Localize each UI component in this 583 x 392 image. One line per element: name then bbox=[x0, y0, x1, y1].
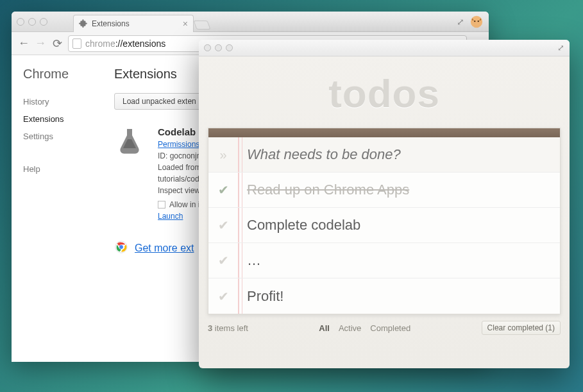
inspect-views-label: Inspect views bbox=[158, 186, 204, 195]
launch-link[interactable]: Launch bbox=[158, 212, 204, 221]
page-icon bbox=[72, 38, 81, 49]
get-more-extensions-link[interactable]: Get more ext bbox=[135, 243, 194, 254]
todo-item[interactable]: ✔ Read up on Chrome Apps bbox=[208, 173, 560, 208]
svg-point-0 bbox=[471, 15, 482, 27]
todos-app-window: ⤢ todos » ✔ Read up on Chrome Apps ✔ Com… bbox=[199, 40, 570, 368]
reload-button[interactable]: ⟳ bbox=[51, 37, 63, 51]
extension-details: Codelab Permissions ID: gocnonjm Loaded … bbox=[158, 126, 204, 221]
permissions-link[interactable]: Permissions bbox=[158, 140, 204, 149]
check-icon[interactable]: ✔ bbox=[208, 253, 238, 268]
todo-text[interactable]: Complete codelab bbox=[238, 217, 360, 234]
new-tab-button[interactable] bbox=[193, 21, 210, 30]
minimize-dot[interactable] bbox=[28, 18, 36, 26]
new-todo-input[interactable] bbox=[238, 146, 560, 163]
tab-close-icon[interactable]: × bbox=[183, 19, 188, 29]
app-zoom-dot[interactable] bbox=[226, 44, 233, 51]
svg-point-1 bbox=[474, 20, 475, 21]
sidebar-item-help[interactable]: Help bbox=[23, 160, 103, 178]
sidebar-item-extensions[interactable]: Extensions bbox=[23, 110, 103, 128]
url-scheme: chrome bbox=[85, 38, 115, 49]
settings-sidebar: Chrome History Extensions Settings Help bbox=[12, 55, 103, 362]
extension-name: Codelab bbox=[158, 126, 204, 137]
zoom-dot[interactable] bbox=[40, 18, 47, 26]
loaded-from-label: Loaded from: bbox=[158, 163, 204, 172]
check-icon[interactable]: ✔ bbox=[208, 217, 238, 233]
todo-item[interactable]: ✔ Complete codelab bbox=[208, 208, 560, 243]
new-todo-row[interactable]: » bbox=[208, 137, 560, 173]
url-path: ://extensions bbox=[115, 38, 166, 49]
tab-title: Extensions bbox=[92, 19, 130, 28]
check-icon[interactable]: ✔ bbox=[208, 182, 238, 198]
svg-point-4 bbox=[119, 245, 123, 249]
expand-icon[interactable]: ⤢ bbox=[457, 17, 464, 27]
extension-id: ID: gocnonjm bbox=[158, 151, 204, 160]
forward-button[interactable]: → bbox=[35, 37, 46, 50]
todo-text[interactable]: Read up on Chrome Apps bbox=[238, 182, 409, 198]
close-dot[interactable] bbox=[17, 18, 24, 26]
todo-text[interactable]: Profit! bbox=[238, 288, 283, 305]
allow-incognito-row[interactable]: Allow in in bbox=[158, 200, 204, 209]
checkbox-icon[interactable] bbox=[158, 201, 165, 209]
sidebar-item-history[interactable]: History bbox=[23, 93, 103, 110]
items-left-label: items left bbox=[212, 323, 248, 333]
filter-completed[interactable]: Completed bbox=[370, 323, 410, 333]
clear-completed-button[interactable]: Clear completed (1) bbox=[482, 321, 561, 335]
todo-item[interactable]: ✔ Profit! bbox=[208, 278, 560, 314]
paper-binding bbox=[208, 128, 560, 137]
app-expand-icon[interactable]: ⤢ bbox=[557, 43, 564, 53]
app-close-dot[interactable] bbox=[204, 44, 211, 51]
filter-group: All Active Completed bbox=[319, 323, 410, 333]
browser-tab[interactable]: Extensions × bbox=[73, 15, 194, 32]
back-button[interactable]: ← bbox=[18, 37, 30, 50]
app-traffic-lights[interactable] bbox=[204, 44, 233, 51]
chrome-logo-icon bbox=[114, 240, 128, 257]
filter-active[interactable]: Active bbox=[339, 323, 361, 333]
chrome-brand: Chrome bbox=[23, 67, 103, 81]
window-titlebar[interactable]: Extensions × ⤢ bbox=[12, 12, 489, 32]
todo-footer: 3 items left All Active Completed Clear … bbox=[199, 314, 570, 341]
profile-avatar-icon[interactable] bbox=[469, 15, 484, 29]
app-hero: todos bbox=[199, 56, 570, 128]
app-titlebar[interactable]: ⤢ bbox=[199, 40, 570, 56]
todo-paper: » ✔ Read up on Chrome Apps ✔ Complete co… bbox=[208, 128, 561, 314]
app-title: todos bbox=[199, 71, 570, 116]
filter-all[interactable]: All bbox=[319, 323, 330, 333]
check-icon[interactable]: ✔ bbox=[208, 289, 238, 304]
items-left: 3 items left bbox=[208, 323, 248, 333]
svg-point-2 bbox=[478, 20, 479, 21]
todo-item[interactable]: ✔ … bbox=[208, 243, 560, 278]
traffic-lights[interactable] bbox=[17, 18, 47, 26]
toggle-all-icon[interactable]: » bbox=[208, 148, 238, 162]
loaded-from-path: tutorials/code bbox=[158, 175, 204, 183]
flask-icon bbox=[114, 126, 145, 221]
sidebar-item-settings[interactable]: Settings bbox=[23, 128, 103, 145]
app-minimize-dot[interactable] bbox=[215, 44, 222, 51]
puzzle-icon bbox=[79, 19, 88, 30]
